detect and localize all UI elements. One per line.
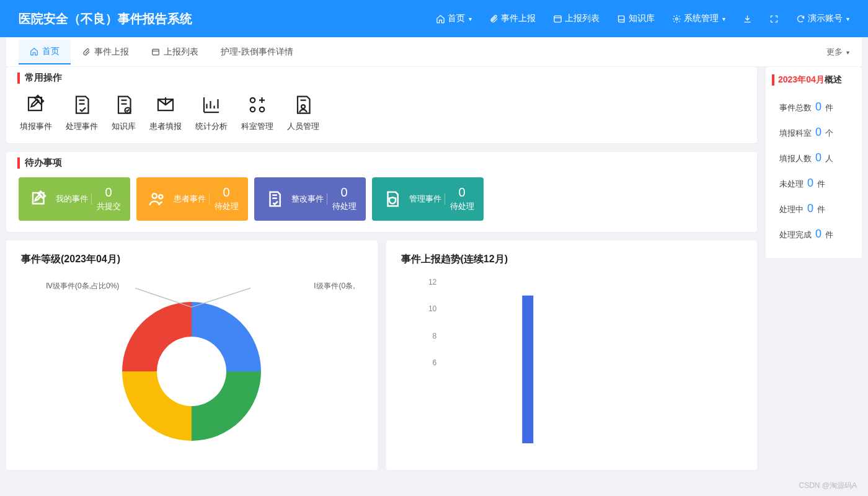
gear-icon — [672, 14, 681, 24]
bar-chart: 681012 — [401, 276, 743, 456]
summary-card: 2023年04月概述 事件总数0件填报科室0个填报人数0人未处理0件处理中0件处… — [766, 67, 862, 258]
svg-text:12: 12 — [428, 278, 436, 286]
todo-card-患者事件[interactable]: 患者事件0待处理 — [136, 177, 248, 221]
app-title: 医院安全（不良）事件报告系统 — [19, 11, 192, 27]
svg-text:10: 10 — [428, 304, 436, 313]
chart-title: 事件等级(2023年04月) — [21, 253, 363, 266]
chevron-down-icon: ▾ — [469, 16, 472, 22]
book-icon — [617, 14, 626, 24]
summary-item: 填报人数0人 — [772, 145, 856, 170]
nav-account[interactable]: 演示账号▾ — [796, 13, 849, 24]
tab-事件上报[interactable]: 事件上报 — [71, 40, 140, 64]
nav-download[interactable] — [743, 14, 752, 24]
chevron-down-icon: ▾ — [722, 16, 725, 22]
chart-trend-card: 事件上报趋势(连续12月) 681012 — [386, 241, 758, 470]
accent-bar — [17, 157, 20, 169]
doc-shield-icon — [377, 190, 408, 208]
todo-row: 我的事件0共提交患者事件0待处理整改事件0待处理管理事件0待处理 — [17, 175, 746, 223]
top-bar: 医院安全（不良）事件报告系统 首页▾ 事件上报 上报列表 知识库 系统管理▾ — [0, 0, 868, 37]
svg-line-11 — [192, 288, 250, 308]
users-icon — [141, 190, 172, 208]
shortcut-科室管理[interactable]: 科室管理 — [241, 94, 273, 132]
chevron-down-icon: ▾ — [846, 16, 849, 22]
svg-rect-0 — [554, 16, 561, 22]
todo-header: 待办事项 — [17, 157, 746, 169]
summary-list: 事件总数0件填报科室0个填报人数0人未处理0件处理中0件处理完成0件 — [772, 94, 856, 247]
clip-icon — [489, 14, 498, 24]
svg-text:6: 6 — [432, 358, 436, 367]
summary-header: 2023年04月概述 — [772, 74, 856, 86]
tab-list: 首页事件上报上报列表护理-跌倒事件详情 — [19, 40, 304, 64]
todo-card-整改事件[interactable]: 整改事件0待处理 — [254, 177, 366, 221]
shortcut-填报事件[interactable]: 填报事件 — [20, 94, 52, 132]
svg-point-7 — [301, 105, 305, 108]
tab-首页[interactable]: 首页 — [19, 40, 71, 64]
nav-home[interactable]: 首页▾ — [436, 13, 472, 24]
shortcuts-card: 常用操作 填报事件处理事件知识库患者填报统计分析科室管理人员管理 — [6, 67, 757, 143]
svg-point-4 — [250, 98, 255, 103]
donut-svg — [92, 276, 291, 450]
chevron-down-icon: ▾ — [846, 49, 849, 56]
shortcut-知识库[interactable]: 知识库 — [112, 94, 136, 132]
nav-list[interactable]: 上报列表 — [553, 13, 600, 24]
svg-point-9 — [159, 195, 162, 198]
shortcuts-header: 常用操作 — [17, 72, 746, 84]
chart-level-card: 事件等级(2023年04月) Ⅳ级事件(0条,占比0%) Ⅰ级事件(0条, — [6, 241, 378, 470]
refresh-icon — [796, 14, 805, 24]
svg-point-1 — [676, 17, 678, 20]
tab-上报列表[interactable]: 上报列表 — [140, 40, 210, 64]
donut-label-right: Ⅰ级事件(0条, — [314, 281, 355, 291]
nav-system[interactable]: 系统管理▾ — [672, 13, 725, 24]
accent-bar — [772, 74, 774, 86]
todo-card: 待办事项 我的事件0共提交患者事件0待处理整改事件0待处理管理事件0待处理 — [6, 152, 757, 232]
tab-bar: 首页事件上报上报列表护理-跌倒事件详情 更多 ▾ — [6, 37, 862, 67]
svg-text:8: 8 — [432, 332, 436, 340]
summary-item: 处理中0件 — [772, 196, 856, 221]
nav-fullscreen[interactable] — [769, 14, 779, 24]
shortcuts-row: 填报事件处理事件知识库患者填报统计分析科室管理人员管理 — [17, 90, 746, 135]
svg-point-8 — [153, 193, 157, 198]
todo-card-管理事件[interactable]: 管理事件0待处理 — [372, 177, 484, 221]
svg-point-6 — [260, 107, 265, 112]
download-icon — [743, 14, 752, 24]
tab-护理-跌倒事件详情[interactable]: 护理-跌倒事件详情 — [210, 40, 304, 64]
fullscreen-icon — [769, 14, 779, 24]
svg-line-10 — [135, 288, 192, 308]
summary-item: 事件总数0件 — [772, 94, 856, 120]
top-nav: 首页▾ 事件上报 上报列表 知识库 系统管理▾ 演示账号▾ — [436, 13, 849, 24]
accent-bar — [17, 73, 20, 84]
doc-check-icon — [259, 190, 290, 208]
edit-icon — [24, 190, 55, 208]
todo-card-我的事件[interactable]: 我的事件0共提交 — [19, 177, 130, 221]
summary-item: 处理完成0件 — [772, 221, 856, 247]
nav-report[interactable]: 事件上报 — [489, 13, 536, 24]
donut-chart: Ⅳ级事件(0条,占比0%) Ⅰ级事件(0条, — [21, 276, 363, 450]
svg-point-5 — [250, 107, 255, 112]
summary-item: 填报科室0个 — [772, 120, 856, 145]
chart-title: 事件上报趋势(连续12月) — [401, 253, 743, 266]
list-icon — [553, 14, 562, 24]
shortcut-患者填报[interactable]: 患者填报 — [149, 94, 182, 132]
summary-item: 未处理0件 — [772, 170, 856, 196]
shortcut-人员管理[interactable]: 人员管理 — [287, 94, 319, 132]
home-icon — [436, 14, 445, 24]
shortcut-统计分析[interactable]: 统计分析 — [195, 94, 228, 132]
tab-more[interactable]: 更多 ▾ — [826, 46, 849, 58]
svg-rect-16 — [522, 296, 533, 443]
svg-rect-2 — [153, 49, 159, 55]
donut-label-left: Ⅳ级事件(0条,占比0%) — [46, 281, 119, 291]
shortcut-处理事件[interactable]: 处理事件 — [66, 94, 98, 132]
nav-knowledge[interactable]: 知识库 — [617, 13, 655, 24]
